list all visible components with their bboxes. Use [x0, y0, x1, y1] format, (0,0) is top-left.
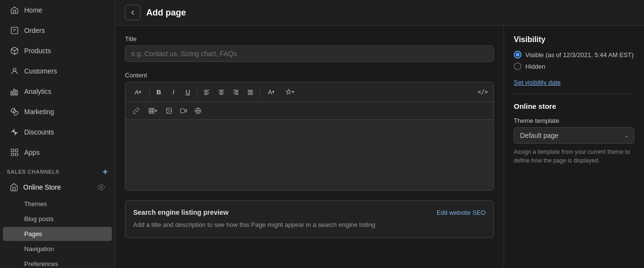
sidebar-sub-item-blog-posts[interactable]: Blog posts — [3, 212, 112, 226]
sidebar-item-products-label: Products — [24, 47, 51, 55]
customers-icon — [10, 66, 19, 76]
sidebar-item-apps-label: Apps — [24, 149, 40, 156]
svg-rect-14 — [204, 91, 208, 92]
toolbar-underline-btn[interactable]: U — [181, 85, 195, 99]
back-button[interactable] — [125, 5, 140, 20]
toolbar-row1: A ▾ B I U — [125, 82, 493, 102]
svg-rect-3 — [11, 91, 13, 95]
home-icon — [10, 5, 19, 15]
sidebar-sub-item-preferences[interactable]: Preferences — [3, 257, 112, 268]
svg-rect-0 — [11, 27, 18, 34]
content-area: Title Content A ▾ B I U — [115, 26, 644, 268]
toolbar-bold-btn[interactable]: B — [152, 85, 166, 99]
toolbar-image-btn[interactable] — [162, 104, 176, 118]
sidebar-item-orders-label: Orders — [24, 27, 45, 34]
toolbar-align-left-btn[interactable] — [200, 85, 214, 99]
sidebar-item-home[interactable]: Home — [3, 0, 112, 20]
radio-hidden[interactable] — [514, 62, 521, 70]
sidebar-item-marketing-label: Marketing — [24, 108, 54, 116]
main-form: Title Content A ▾ B I U — [115, 26, 504, 268]
template-label: Theme template — [514, 117, 634, 124]
template-select[interactable]: Default page — [514, 127, 634, 144]
sidebar-sub-item-navigation[interactable]: Navigation — [3, 242, 112, 256]
toolbar-font-btn[interactable]: A ▾ — [129, 85, 147, 99]
svg-rect-28 — [248, 94, 253, 95]
svg-rect-16 — [204, 94, 208, 95]
svg-rect-24 — [235, 94, 238, 95]
toolbar-italic-btn[interactable]: I — [167, 85, 180, 99]
svg-rect-10 — [11, 153, 14, 156]
toolbar-align-center-btn[interactable] — [215, 85, 228, 99]
toolbar-divider-3 — [260, 87, 260, 97]
right-panel: Visibility Visible (as of 12/3/2021, 5:4… — [504, 26, 644, 268]
toolbar-code-btn[interactable]: </> — [476, 85, 490, 99]
editor-body[interactable] — [125, 120, 493, 190]
analytics-icon — [10, 87, 19, 96]
svg-rect-18 — [220, 91, 223, 92]
toolbar-align-right-btn[interactable] — [229, 85, 243, 99]
set-visibility-date-link[interactable]: Set visibility date — [514, 79, 561, 86]
sidebar-item-apps[interactable]: Apps — [3, 143, 112, 162]
svg-rect-26 — [248, 91, 253, 92]
svg-rect-27 — [248, 93, 253, 93]
online-store-section: Online store Theme template Default page… — [514, 102, 634, 165]
svg-point-12 — [100, 186, 102, 188]
template-info: Assign a template from your current them… — [514, 148, 634, 165]
eye-icon[interactable] — [97, 183, 105, 191]
page-title: Add page — [146, 8, 186, 18]
sidebar-item-marketing[interactable]: Marketing — [3, 102, 112, 121]
svg-rect-25 — [248, 90, 253, 90]
toolbar-link-btn[interactable] — [129, 104, 143, 118]
marketing-icon — [10, 107, 19, 117]
online-store-icon — [10, 183, 18, 192]
sidebar-item-analytics[interactable]: Analytics — [3, 82, 112, 101]
sidebar-item-discounts[interactable]: Discounts — [3, 122, 112, 142]
toolbar-embed-btn[interactable] — [191, 104, 205, 118]
orders-icon — [10, 26, 19, 35]
toolbar-video-btn[interactable] — [177, 104, 190, 118]
main-area: Add page Title Content A ▾ B I — [115, 0, 644, 268]
svg-rect-17 — [219, 90, 224, 90]
visibility-option-hidden[interactable]: Hidden — [514, 62, 634, 70]
svg-rect-4 — [14, 89, 15, 95]
sidebar-sub-item-pages[interactable]: Pages — [3, 227, 112, 241]
svg-rect-8 — [11, 149, 14, 151]
title-group: Title — [125, 35, 494, 62]
svg-rect-29 — [149, 108, 154, 114]
toolbar-justify-btn[interactable] — [244, 85, 257, 99]
svg-rect-11 — [15, 153, 18, 156]
visibility-title: Visibility — [514, 35, 634, 44]
svg-rect-5 — [16, 90, 17, 95]
sidebar-item-online-store[interactable]: Online Store — [3, 179, 112, 196]
svg-rect-19 — [219, 93, 224, 93]
toolbar-table-btn[interactable]: ▾ — [144, 104, 161, 118]
seo-title: Search engine listing preview — [133, 208, 229, 216]
sidebar-item-products[interactable]: Products — [3, 41, 112, 60]
sidebar-item-home-label: Home — [24, 6, 42, 14]
add-channel-icon[interactable]: + — [103, 167, 108, 176]
sidebar-item-discounts-label: Discounts — [24, 128, 54, 136]
svg-rect-13 — [204, 90, 210, 90]
sidebar-item-customers[interactable]: Customers — [3, 61, 112, 81]
svg-rect-23 — [233, 93, 239, 93]
radio-visible[interactable] — [514, 51, 521, 59]
sidebar-item-customers-label: Customers — [24, 67, 57, 75]
template-select-wrapper: Default page — [514, 127, 634, 144]
toolbar-row2: ▾ — [125, 102, 493, 120]
sidebar-sub-item-themes[interactable]: Themes — [3, 197, 112, 211]
toolbar-text-color-btn[interactable]: A ▾ — [262, 85, 280, 99]
content-label: Content — [125, 72, 494, 79]
toolbar-bg-color-btn[interactable]: ▾ — [281, 85, 298, 99]
svg-rect-22 — [235, 91, 238, 92]
sidebar-item-analytics-label: Analytics — [24, 88, 51, 95]
edit-seo-link[interactable]: Edit website SEO — [437, 209, 486, 216]
visibility-hidden-label: Hidden — [525, 63, 545, 70]
title-label: Title — [125, 35, 494, 43]
products-icon — [10, 46, 19, 56]
title-input[interactable] — [125, 45, 494, 62]
sidebar-item-orders[interactable]: Orders — [3, 21, 112, 40]
visibility-option-visible[interactable]: Visible (as of 12/3/2021, 5:44 AM EST) — [514, 51, 634, 59]
svg-marker-36 — [184, 109, 186, 112]
topbar: Add page — [115, 0, 644, 26]
sales-channels-section: SALES CHANNELS + — [0, 163, 115, 178]
